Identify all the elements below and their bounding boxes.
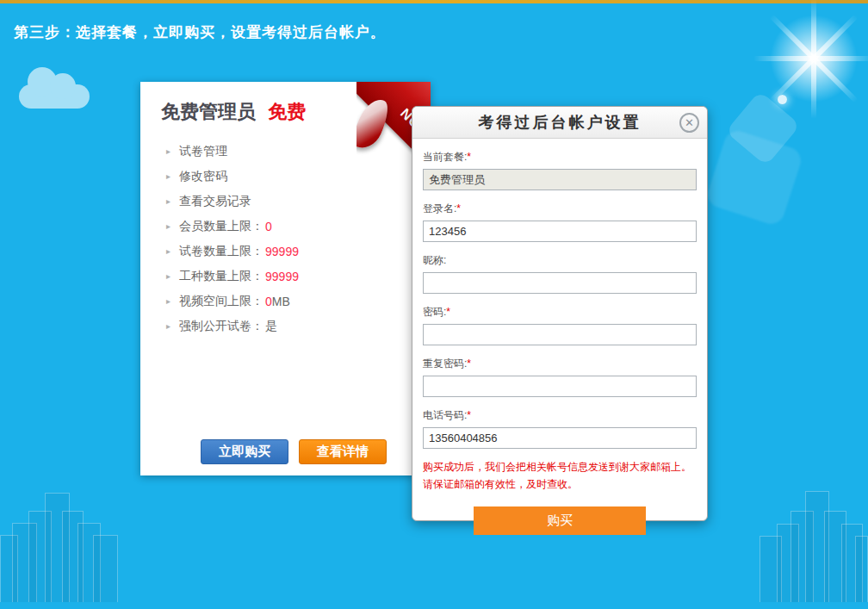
feature-item: ▸ 试卷数量上限： 99999: [166, 239, 431, 264]
bullet-arrow-icon: ▸: [166, 171, 170, 181]
feature-label: 视频空间上限：: [179, 294, 264, 309]
feature-label: 强制公开试卷：: [179, 319, 264, 334]
field-label-login-name: 登录名:*: [423, 202, 697, 216]
purchase-note: 购买成功后，我们会把相关帐号信息发送到谢大家邮箱上。请保证邮箱的有效性，及时查收…: [423, 459, 697, 494]
feature-label: 会员数量上限：: [179, 219, 264, 234]
package-card: 免费管理员 免费 ▸ 试卷管理 ▸ 修改密码 ▸ 查看交易记录 ▸ 会员数量上限…: [140, 82, 431, 475]
feature-label: 工种数量上限：: [179, 269, 264, 284]
cloud-icon: [19, 84, 90, 109]
view-details-button[interactable]: 查看详情: [299, 439, 387, 464]
feature-label: 修改密码: [179, 169, 227, 184]
feature-list: ▸ 试卷管理 ▸ 修改密码 ▸ 查看交易记录 ▸ 会员数量上限： 0 ▸ 试卷数…: [166, 139, 431, 339]
step-heading: 第三步：选择套餐，立即购买，设置考得过后台帐户。: [14, 22, 386, 42]
feature-suffix: MB: [272, 295, 290, 308]
package-price: 免费: [268, 101, 306, 122]
feature-value: 99999: [265, 245, 299, 258]
account-setup-modal: 考得过后台帐户设置 ✕ 当前套餐:* 登录名:* 昵称: 密码:* 重复密码:*…: [412, 106, 708, 521]
feature-item: ▸ 修改密码: [166, 164, 431, 189]
feature-label: 试卷管理: [179, 144, 227, 159]
login-name-field[interactable]: [423, 221, 697, 242]
feature-value: 0: [265, 295, 272, 308]
buy-now-button[interactable]: 立即购买: [201, 439, 288, 464]
bullet-arrow-icon: ▸: [166, 196, 170, 206]
field-label-nickname: 昵称:: [423, 253, 697, 268]
feature-item: ▸ 视频空间上限： 0 MB: [166, 289, 431, 314]
bullet-arrow-icon: ▸: [166, 296, 170, 306]
password-field[interactable]: [423, 324, 697, 345]
modal-header: 考得过后台帐户设置 ✕: [412, 107, 707, 139]
building: [855, 536, 868, 602]
modal-body: 当前套餐:* 登录名:* 昵称: 密码:* 重复密码:* 电话号码:* 购买成功…: [412, 150, 707, 535]
modal-title: 考得过后台帐户设置: [412, 107, 707, 139]
field-label-current-package: 当前套餐:*: [423, 150, 697, 165]
field-label-repeat-password: 重复密码:*: [423, 357, 697, 371]
close-icon[interactable]: ✕: [679, 113, 699, 133]
card-button-row: 立即购买 查看详情: [201, 439, 387, 464]
bullet-arrow-icon: ▸: [166, 221, 170, 231]
feature-label: 查看交易记录: [179, 194, 251, 209]
buy-button[interactable]: 购买: [474, 506, 646, 535]
feature-item: ▸ 工种数量上限： 99999: [166, 264, 431, 289]
phone-number-field[interactable]: [423, 427, 697, 449]
lens-flare-dot: [778, 95, 787, 104]
lens-flare-shape: [704, 127, 804, 227]
feature-item: ▸ 会员数量上限： 0: [166, 214, 431, 239]
feature-item: ▸ 查看交易记录: [166, 189, 431, 214]
field-label-phone: 电话号码:*: [423, 408, 697, 423]
top-accent-strip: [0, 0, 868, 3]
nickname-field[interactable]: [423, 272, 697, 294]
feature-item: ▸ 强制公开试卷： 是: [166, 314, 431, 339]
field-label-password: 密码:*: [423, 305, 697, 320]
bullet-arrow-icon: ▸: [166, 271, 170, 281]
feature-value: 0: [265, 220, 272, 233]
building: [93, 535, 118, 602]
bullet-arrow-icon: ▸: [166, 246, 170, 256]
feature-label: 试卷数量上限：: [179, 244, 264, 259]
bullet-arrow-icon: ▸: [166, 146, 170, 156]
feature-suffix: 是: [265, 319, 277, 334]
repeat-password-field[interactable]: [423, 376, 697, 397]
feature-value: 99999: [265, 270, 299, 283]
bullet-arrow-icon: ▸: [166, 321, 170, 331]
package-title: 免费管理员: [161, 101, 256, 122]
current-package-field: [423, 169, 697, 190]
